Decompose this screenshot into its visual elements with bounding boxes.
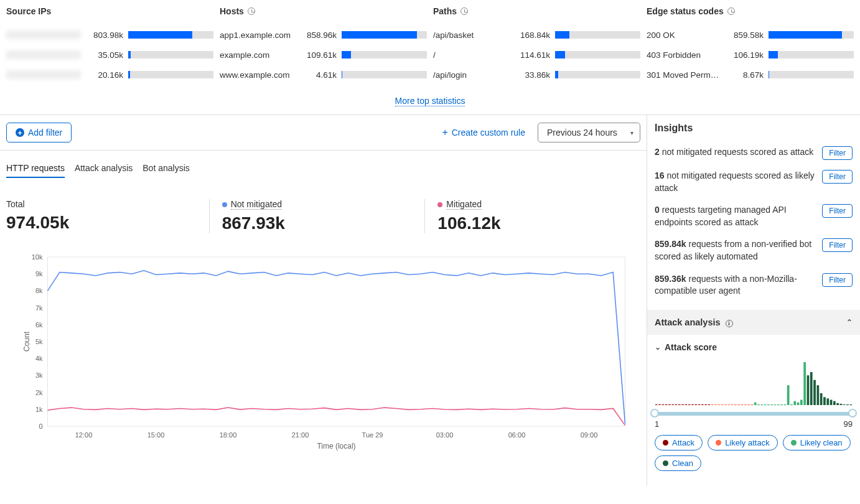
stat-row[interactable]: /114.61k [433, 45, 640, 65]
slider-thumb-max[interactable] [848, 409, 857, 418]
stat-bar [769, 31, 854, 39]
slider-min-label: 1 [655, 419, 659, 429]
stat-label: app1.example.com [220, 30, 294, 40]
legend-chip-attack[interactable]: Attack [655, 435, 703, 450]
stat-row[interactable]: 301 Moved Permanently8.67k [647, 65, 854, 85]
insights-title: Insights [647, 123, 860, 141]
svg-text:21:00: 21:00 [292, 431, 309, 439]
dot-icon [791, 440, 797, 446]
stat-row[interactable]: 35.05k [6, 45, 213, 65]
svg-text:0: 0 [39, 422, 42, 430]
stat-column-header: Edge status codes [647, 6, 854, 16]
svg-rect-63 [754, 403, 757, 405]
more-top-stats-link[interactable]: More top statistics [395, 96, 465, 106]
svg-text:6k: 6k [35, 321, 43, 329]
legend-chip-likely-attack[interactable]: Likely attack [708, 435, 778, 450]
time-range-select[interactable]: Previous 24 hours [538, 123, 640, 142]
dot-icon [437, 202, 442, 207]
insight-filter-button[interactable]: Filter [822, 204, 853, 218]
stat-label [6, 30, 81, 39]
attack-analysis-header[interactable]: Attack analysis i ⌃ [647, 310, 860, 335]
stat-row[interactable]: 803.98k [6, 25, 213, 45]
stat-label: example.com [220, 50, 294, 60]
stat-row[interactable]: /api/basket168.84k [433, 25, 640, 45]
add-filter-button[interactable]: + Add filter [6, 123, 72, 142]
svg-rect-52 [717, 404, 720, 405]
stat-row[interactable]: 403 Forbidden106.19k [647, 45, 854, 65]
create-custom-rule-link[interactable]: + Create custom rule [442, 127, 525, 138]
attack-score-subsection[interactable]: ⌄ Attack score [647, 335, 860, 360]
plus-icon: + [16, 128, 24, 137]
svg-rect-48 [704, 404, 707, 405]
stat-row[interactable]: /api/login33.86k [433, 65, 640, 85]
legend-chip-clean[interactable]: Clean [655, 455, 701, 471]
svg-rect-74 [790, 404, 793, 405]
insight-text: 859.84k requests from a non-verified bot… [655, 238, 816, 263]
svg-rect-81 [813, 380, 816, 404]
stat-value: 803.98k [86, 30, 123, 40]
stat-row[interactable]: 20.16k [6, 65, 213, 85]
stat-column-header: Hosts [220, 6, 427, 16]
stat-value: 20.16k [86, 70, 123, 80]
svg-rect-41 [681, 404, 684, 405]
insight-filter-button[interactable]: Filter [822, 170, 853, 184]
tab-attack-analysis[interactable]: Attack analysis [75, 163, 133, 178]
svg-text:Tue 29: Tue 29 [362, 431, 383, 439]
svg-rect-58 [737, 404, 740, 405]
svg-rect-43 [688, 404, 691, 405]
svg-rect-47 [701, 404, 704, 405]
svg-rect-92 [849, 404, 852, 405]
svg-rect-46 [698, 404, 701, 405]
svg-rect-86 [830, 399, 833, 404]
insight-filter-button[interactable]: Filter [822, 238, 853, 252]
stat-row[interactable]: app1.example.com858.96k [220, 25, 427, 45]
svg-rect-78 [803, 362, 806, 405]
svg-text:06:00: 06:00 [508, 431, 526, 439]
svg-rect-72 [783, 404, 786, 405]
insight-filter-button[interactable]: Filter [822, 273, 853, 287]
svg-rect-57 [734, 404, 737, 405]
svg-rect-42 [685, 404, 687, 405]
metric-total-label: Total [6, 199, 209, 209]
svg-rect-88 [836, 403, 839, 405]
svg-rect-62 [750, 404, 753, 405]
svg-rect-33 [655, 404, 658, 405]
slider-thumb-min[interactable] [650, 409, 659, 418]
svg-text:Time (local): Time (local) [317, 442, 355, 450]
svg-rect-69 [774, 404, 777, 405]
svg-rect-30 [48, 257, 625, 426]
stat-row[interactable]: 200 OK859.58k [647, 25, 854, 45]
stat-bar [769, 71, 854, 78]
dot-icon [716, 440, 721, 446]
info-icon: i [726, 320, 733, 327]
stat-row[interactable]: www.example.com4.61k [220, 65, 427, 85]
legend-chip-likely-clean[interactable]: Likely clean [783, 435, 851, 450]
svg-rect-71 [780, 404, 783, 405]
attack-score-slider[interactable] [655, 412, 853, 416]
stat-bar [128, 31, 213, 39]
stat-row[interactable]: example.com109.61k [220, 45, 427, 65]
metric-not-mitigated-value: 867.93k [222, 213, 425, 233]
stat-value: 168.84k [513, 30, 550, 40]
stat-column-header: Source IPs [6, 6, 213, 16]
svg-rect-39 [675, 404, 678, 405]
tab-bot-analysis[interactable]: Bot analysis [143, 163, 189, 178]
svg-rect-66 [764, 404, 767, 405]
svg-rect-73 [787, 385, 790, 405]
svg-rect-56 [731, 404, 734, 405]
svg-text:03:00: 03:00 [436, 431, 454, 439]
insight-filter-button[interactable]: Filter [822, 146, 853, 160]
svg-rect-87 [833, 401, 836, 404]
svg-rect-77 [800, 399, 803, 404]
svg-rect-89 [840, 404, 843, 405]
svg-rect-80 [810, 372, 813, 405]
http-requests-chart[interactable]: 01k2k3k4k5k6k7k8k9k10k12:0015:0018:0021:… [12, 252, 640, 451]
svg-rect-55 [727, 404, 730, 405]
svg-text:18:00: 18:00 [220, 431, 237, 439]
svg-rect-34 [658, 404, 661, 405]
tab-http-requests[interactable]: HTTP requests [6, 163, 65, 178]
svg-rect-49 [708, 404, 711, 405]
svg-text:4k: 4k [35, 355, 43, 362]
stat-value: 35.05k [86, 50, 123, 60]
stat-bar [342, 51, 427, 58]
